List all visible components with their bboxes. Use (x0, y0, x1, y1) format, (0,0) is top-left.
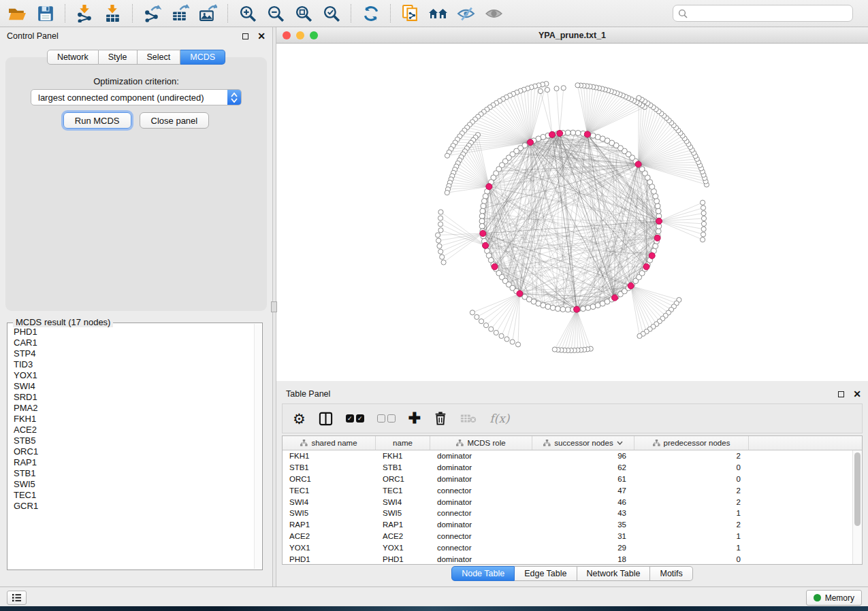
network-node[interactable] (554, 86, 559, 90)
network-node[interactable] (483, 323, 488, 327)
criterion-select[interactable]: largest connected component (undirected) (31, 89, 242, 105)
mcds-result-item[interactable]: STB5 (14, 435, 262, 446)
network-node[interactable] (545, 87, 549, 92)
network-node[interactable] (479, 218, 485, 224)
mcds-result-item[interactable]: TEC1 (14, 490, 262, 501)
vertical-splitter-grip[interactable] (271, 301, 277, 312)
network-node[interactable] (438, 216, 443, 220)
mcds-hub-node[interactable] (643, 263, 649, 269)
open-session-icon[interactable] (7, 3, 28, 23)
mcds-result-item[interactable]: ACE2 (14, 425, 262, 435)
mcds-hub-node[interactable] (656, 218, 662, 225)
table-row[interactable]: RAP1RAP1dominator352 (283, 519, 862, 531)
network-node[interactable] (475, 314, 479, 319)
close-panel-button[interactable]: Close panel (140, 112, 210, 129)
close-window-icon[interactable] (283, 31, 291, 39)
mcds-result-item[interactable]: SWI4 (14, 381, 262, 392)
network-node[interactable] (575, 83, 580, 88)
network-node[interactable] (438, 228, 443, 233)
refresh-icon[interactable] (360, 3, 381, 23)
column-header-name[interactable]: name (376, 436, 430, 450)
mcds-result-item[interactable]: RAP1 (14, 457, 262, 468)
mcds-hub-node[interactable] (584, 131, 590, 137)
network-node[interactable] (481, 199, 487, 204)
network-node[interactable] (560, 307, 566, 312)
column-header-shared-name[interactable]: shared name (283, 436, 376, 450)
close-table-panel-icon[interactable]: ✕ (853, 389, 861, 399)
network-node[interactable] (565, 307, 570, 312)
table-row[interactable]: TEC1TEC1connector472 (283, 484, 862, 496)
table-scrollbar-thumb[interactable] (854, 452, 861, 526)
mcds-hub-node[interactable] (527, 139, 533, 146)
network-node[interactable] (550, 305, 556, 310)
network-node[interactable] (479, 319, 483, 324)
mcds-hub-node[interactable] (654, 235, 660, 241)
function-builder-icon[interactable]: f(x) (489, 412, 509, 425)
mcds-hub-node[interactable] (549, 131, 555, 137)
network-node[interactable] (590, 133, 596, 138)
mcds-result-item[interactable]: GCR1 (14, 501, 262, 512)
network-node[interactable] (545, 304, 551, 310)
tab-network[interactable]: Network (47, 50, 99, 65)
network-node[interactable] (479, 223, 485, 229)
tab-network-table[interactable]: Network Table (577, 566, 651, 581)
float-panel-icon[interactable] (242, 33, 248, 39)
task-history-button[interactable] (7, 591, 27, 605)
network-node[interactable] (538, 88, 543, 93)
import-table-icon[interactable] (102, 3, 123, 23)
network-node[interactable] (552, 347, 557, 352)
tab-node-table[interactable]: Node Table (451, 566, 515, 581)
network-node[interactable] (655, 203, 660, 209)
tab-select[interactable]: Select (138, 50, 181, 65)
mcds-hub-node[interactable] (635, 161, 641, 167)
float-table-panel-icon[interactable] (838, 391, 844, 397)
network-node[interactable] (445, 191, 449, 195)
mcds-result-item[interactable]: FKH1 (14, 414, 262, 425)
delete-table-icon[interactable] (460, 413, 477, 424)
mcds-hub-node[interactable] (492, 263, 498, 269)
network-node[interactable] (570, 130, 576, 135)
network-node[interactable] (701, 216, 706, 220)
table-row[interactable]: STB1STB1dominator620 (283, 462, 862, 474)
deselect-all-icon[interactable] (377, 414, 396, 423)
maximize-window-icon[interactable] (310, 31, 318, 39)
network-graph[interactable] (276, 44, 868, 381)
network-node[interactable] (656, 229, 661, 234)
network-node[interactable] (489, 327, 494, 331)
network-node[interactable] (480, 208, 485, 214)
network-node[interactable] (438, 222, 443, 227)
network-node[interactable] (499, 333, 504, 338)
minimize-window-icon[interactable] (296, 31, 304, 39)
network-node[interactable] (700, 237, 705, 242)
mcds-result-item[interactable]: SWI5 (14, 479, 262, 490)
table-row[interactable]: ACE2ACE2connector311 (283, 531, 862, 542)
network-node[interactable] (494, 330, 498, 335)
zoom-in-icon[interactable] (237, 3, 258, 23)
table-row[interactable]: SWI5SWI5connector431 (283, 508, 862, 519)
network-node[interactable] (575, 130, 581, 135)
mcds-hub-node[interactable] (649, 252, 655, 259)
save-session-icon[interactable] (35, 3, 56, 23)
mcds-hub-node[interactable] (483, 242, 489, 248)
network-canvas[interactable] (276, 44, 868, 381)
table-scrollbar[interactable] (852, 450, 862, 564)
table-row[interactable]: YOX1YOX1connector291 (283, 542, 862, 553)
mcds-result-item[interactable]: SRD1 (14, 392, 262, 403)
hide-selected-icon[interactable] (455, 3, 477, 23)
network-node[interactable] (700, 200, 705, 205)
network-node[interactable] (555, 306, 560, 312)
mcds-result-item[interactable]: STB1 (14, 468, 262, 479)
network-node[interactable] (701, 221, 706, 226)
network-node[interactable] (481, 203, 486, 209)
show-columns-icon[interactable] (319, 412, 333, 426)
column-header-predecessor-nodes[interactable]: predecessor nodes (634, 436, 749, 450)
export-image-icon[interactable] (197, 3, 219, 23)
tab-mcds[interactable]: MCDS (180, 50, 225, 65)
network-node[interactable] (701, 227, 706, 231)
mcds-result-item[interactable]: CAR1 (14, 337, 262, 348)
table-row[interactable]: PHD1PHD1dominator180 (283, 553, 862, 565)
network-node[interactable] (504, 337, 509, 342)
network-node[interactable] (441, 260, 446, 265)
settings-gear-icon[interactable]: ⚙ (293, 412, 306, 426)
search-input[interactable] (691, 9, 848, 18)
